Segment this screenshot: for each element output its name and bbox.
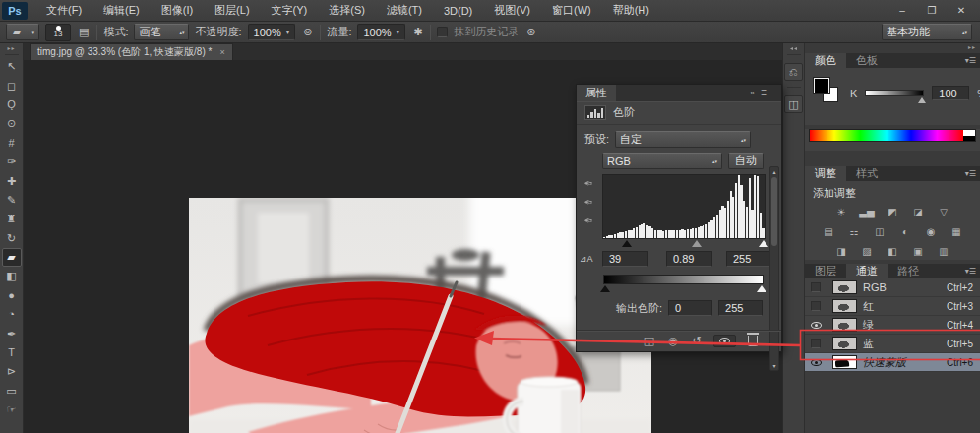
black-white-wells[interactable] bbox=[963, 130, 975, 141]
auto-button[interactable]: 自动 bbox=[728, 153, 764, 169]
menu-filter[interactable]: 滤镜(T) bbox=[376, 0, 433, 21]
adjustment-icon-invert[interactable]: ◨ bbox=[833, 245, 850, 259]
menu-help[interactable]: 帮助(H) bbox=[602, 0, 660, 21]
tool-hand[interactable]: ☞ bbox=[2, 401, 22, 419]
menu-3d[interactable]: 3D(D) bbox=[433, 0, 483, 21]
output-highlight-input[interactable]: 255 bbox=[718, 300, 763, 316]
panel-menu-icon[interactable]: ▾☰ bbox=[965, 166, 980, 181]
tool-move[interactable]: ↖ bbox=[2, 57, 22, 76]
menu-select[interactable]: 选择(S) bbox=[318, 0, 376, 21]
output-shadow-slider[interactable] bbox=[600, 285, 610, 292]
toggle-brush-panel-icon[interactable]: ▤ bbox=[77, 27, 91, 37]
adjustment-icon-photo-filter[interactable]: ◐ bbox=[897, 225, 914, 239]
visibility-toggle-green[interactable] bbox=[805, 316, 827, 334]
restore-button[interactable]: ❐ bbox=[919, 3, 945, 19]
visibility-toggle-blue[interactable] bbox=[805, 335, 827, 352]
tool-pen[interactable]: ✒ bbox=[2, 324, 22, 342]
menu-file[interactable]: 文件(F) bbox=[35, 0, 92, 21]
output-highlight-slider[interactable] bbox=[757, 285, 766, 292]
adjustment-icon-curves[interactable]: ◩ bbox=[885, 206, 901, 219]
airbrush-icon[interactable]: ✱ bbox=[411, 27, 424, 37]
scroll-up-icon[interactable]: ▴ bbox=[770, 168, 778, 175]
midtone-slider[interactable] bbox=[692, 240, 702, 247]
collapsed-panel-icon-history[interactable]: ⎌ bbox=[784, 63, 803, 81]
tab-swatches[interactable]: 色板 bbox=[846, 53, 888, 68]
brush-pressure-icon[interactable]: ⊛ bbox=[524, 27, 537, 37]
tab-styles[interactable]: 样式 bbox=[846, 166, 888, 181]
scroll-down-icon[interactable]: ▾ bbox=[770, 362, 778, 369]
menu-layer[interactable]: 图层(L) bbox=[204, 0, 260, 21]
opacity-input[interactable]: 100% ▾ bbox=[248, 24, 296, 40]
panel-menu-icon[interactable]: ☰ bbox=[761, 89, 767, 97]
visibility-toggle-quickmask[interactable] bbox=[805, 353, 827, 371]
channel-row-rgb[interactable]: RGBCtrl+2 bbox=[805, 278, 980, 297]
previous-state-icon[interactable]: ◉ bbox=[666, 335, 680, 347]
channel-row-red[interactable]: 红Ctrl+3 bbox=[805, 297, 980, 316]
tool-healing[interactable]: ✚ bbox=[2, 171, 22, 190]
k-slider[interactable] bbox=[865, 90, 924, 96]
adjustment-icon-levels[interactable]: ▃▅ bbox=[859, 206, 876, 219]
scrollbar-thumb[interactable] bbox=[771, 177, 777, 246]
gray-point-eyedropper-icon[interactable]: ✑ bbox=[581, 195, 595, 210]
menu-image[interactable]: 图像(I) bbox=[151, 0, 204, 21]
visibility-toggle-rgb[interactable] bbox=[805, 278, 827, 296]
adjustment-icon-threshold[interactable]: ◧ bbox=[885, 245, 901, 259]
tool-gradient[interactable]: ◧ bbox=[2, 267, 22, 285]
tool-brush[interactable]: ✎ bbox=[2, 191, 22, 210]
adjustment-icon-hue-saturation[interactable]: ▤ bbox=[821, 225, 837, 239]
tool-eraser[interactable]: ▰ bbox=[2, 248, 22, 267]
menu-type[interactable]: 文字(Y) bbox=[261, 0, 319, 21]
output-shadow-input[interactable]: 0 bbox=[668, 300, 712, 316]
adjustment-icon-exposure[interactable]: ◪ bbox=[910, 206, 927, 219]
k-value-input[interactable]: 100 bbox=[932, 86, 969, 100]
collapse-dock-icon[interactable]: ▸▸ bbox=[789, 43, 797, 53]
tool-blur[interactable]: ● bbox=[2, 286, 22, 305]
document-tab[interactable]: timg.jpg @ 33.3% (色阶 1, 快速蒙版/8) * × bbox=[30, 43, 233, 60]
channel-row-green[interactable]: 绿Ctrl+4 bbox=[805, 316, 980, 335]
tool-eyedropper[interactable]: ✑ bbox=[2, 153, 22, 171]
channel-row-quickmask[interactable]: 快速蒙版Ctrl+6 bbox=[805, 353, 980, 372]
k-slider-handle[interactable] bbox=[918, 97, 926, 103]
minimize-button[interactable]: – bbox=[889, 3, 915, 19]
preset-select[interactable]: 自定 ▴▾ bbox=[615, 131, 751, 148]
menu-window[interactable]: 窗口(W) bbox=[541, 0, 602, 21]
collapse-tools-icon[interactable]: ▸▸ bbox=[7, 43, 15, 53]
tool-lasso[interactable]: Ǫ bbox=[2, 95, 22, 114]
adjustment-icon-black-white[interactable]: ◫ bbox=[872, 225, 888, 239]
tab-color[interactable]: 颜色 bbox=[805, 53, 846, 68]
midtone-input[interactable]: 0.89 bbox=[666, 251, 712, 267]
tool-crop[interactable]: # bbox=[2, 134, 22, 153]
tab-channels[interactable]: 通道 bbox=[846, 264, 888, 278]
tab-properties[interactable]: 属性 bbox=[577, 85, 616, 101]
brush-preset-picker[interactable]: 13 bbox=[45, 24, 71, 41]
flow-input[interactable]: 100% ▾ bbox=[357, 24, 405, 40]
shadow-slider[interactable] bbox=[622, 240, 632, 247]
collapsed-panel-icon-info[interactable]: ◫ bbox=[784, 95, 803, 113]
tool-type[interactable]: T bbox=[2, 343, 22, 362]
foreground-color-swatch[interactable] bbox=[814, 78, 829, 93]
tool-quick-select[interactable]: ⊙ bbox=[2, 114, 22, 133]
adjustment-icon-channel-mixer[interactable]: ◉ bbox=[923, 225, 940, 239]
shadow-input[interactable]: 39 bbox=[602, 251, 648, 267]
color-spectrum-ramp[interactable] bbox=[809, 129, 976, 142]
tab-adjustments[interactable]: 调整 bbox=[805, 166, 846, 181]
adjustment-icon-brightness-contrast[interactable]: ☀ bbox=[833, 206, 850, 219]
white-point-eyedropper-icon[interactable]: ✑ bbox=[581, 214, 595, 228]
adjustment-icon-posterize[interactable]: ▨ bbox=[859, 245, 876, 259]
highlight-input[interactable]: 255 bbox=[726, 251, 770, 267]
channel-row-blue[interactable]: 蓝Ctrl+5 bbox=[805, 335, 980, 353]
collapse-dock-icon[interactable]: ▸▸ bbox=[968, 43, 976, 53]
close-document-icon[interactable]: × bbox=[219, 47, 224, 57]
menu-view[interactable]: 视图(V) bbox=[483, 0, 541, 21]
collapse-panel-icon[interactable]: » bbox=[750, 89, 754, 97]
visibility-icon[interactable] bbox=[713, 335, 736, 347]
tab-paths[interactable]: 路径 bbox=[888, 264, 929, 278]
reset-icon[interactable]: ↺ bbox=[690, 335, 704, 347]
adjustment-icon-color-balance[interactable]: ⚏ bbox=[846, 225, 863, 239]
tool-marquee[interactable]: ◻ bbox=[2, 76, 22, 94]
tool-dodge[interactable]: ◔ bbox=[2, 305, 22, 324]
tool-clone-stamp[interactable]: ♜ bbox=[2, 210, 22, 228]
workspace-select[interactable]: 基本功能 ▴▾ bbox=[882, 24, 972, 40]
adjustment-icon-color-lookup[interactable]: ▦ bbox=[949, 225, 965, 239]
panel-menu-icon[interactable]: ▾☰ bbox=[965, 264, 980, 278]
